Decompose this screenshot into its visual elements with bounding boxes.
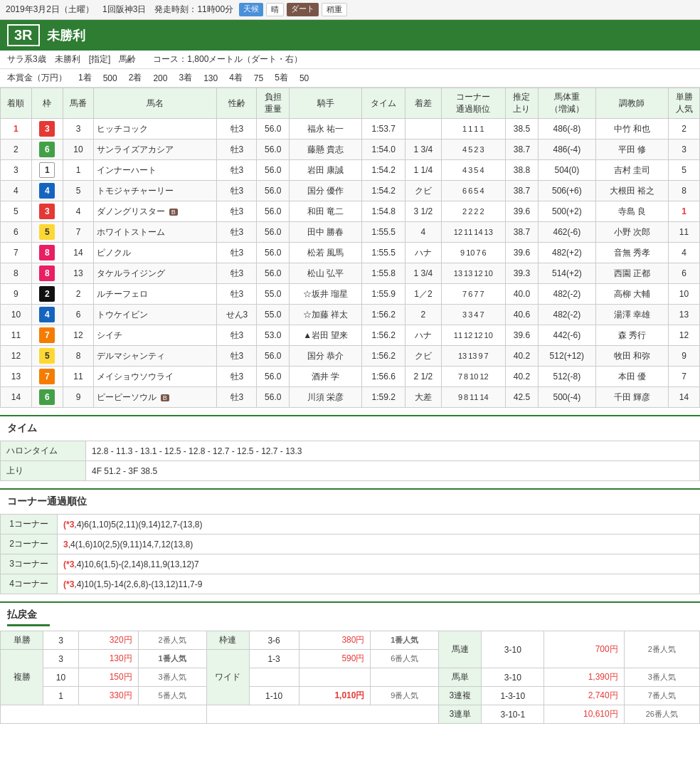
corners: 2 2 2 2 [441, 201, 505, 222]
umaren-label: 馬連 [439, 631, 482, 668]
payout-row-sanrentan: 3連単 3-10-1 10,610円 26番人気 [1, 705, 700, 724]
race-time: 1:54.8 [362, 201, 405, 222]
diff: 2 1/2 [405, 367, 441, 387]
waku: 5 [31, 346, 63, 367]
wide-label: ワイド [206, 650, 249, 705]
table-row: 10 4 6 トウケイビン せん3 55.0 ☆加藤 祥太 1:56.2 2 3… [1, 305, 700, 325]
race-time: 1:53.7 [362, 119, 405, 140]
horse-name: ルチーフェロ [94, 284, 217, 305]
umatan-pop: 3番人気 [624, 668, 699, 687]
umatan-combo: 3-10 [482, 668, 544, 687]
rank: 10 [1, 305, 32, 325]
burden-weight: 56.0 [257, 160, 290, 181]
popularity: 5 [669, 160, 700, 181]
corner-table: 1コーナー (*3,4)6(1,10)5(2,11)(9,14)12,7-(13… [0, 514, 700, 594]
sanrentan-yen: 10,610円 [544, 705, 624, 724]
horse-num: 8 [63, 346, 94, 367]
race-time: 1:56.6 [362, 367, 405, 387]
diff: 大差 [405, 387, 441, 408]
weather-badges: 天候 晴 ダート 稍重 [239, 3, 347, 16]
payout-underline [7, 624, 50, 626]
agari: 38.7 [506, 222, 539, 243]
payout-row-fukusho2: 10 150円 3番人気 馬単 3-10 1,390円 3番人気 [1, 668, 700, 687]
sanrenfuku-yen: 2,740円 [544, 687, 624, 705]
jockey: 川須 栄彦 [290, 387, 362, 408]
agari: 38.7 [506, 181, 539, 201]
rank: 7 [1, 243, 32, 263]
race-time: 1:56.2 [362, 325, 405, 346]
rank: 9 [1, 284, 32, 305]
col-name: 馬名 [94, 88, 217, 119]
popularity: 14 [669, 387, 700, 408]
diff: クビ [405, 181, 441, 201]
waku: 3 [31, 201, 63, 222]
diff: 1／2 [405, 284, 441, 305]
agari: 39.6 [506, 243, 539, 263]
prize-1st: 1着 [78, 72, 92, 84]
corner-4-value: (*3,4)10(1,5)-14(2,6,8)-(13,12)11,7-9 [58, 574, 700, 594]
sex-age: 牡3 [217, 263, 257, 284]
sex-age: 牡3 [217, 346, 257, 367]
umaren-yen: 700円 [544, 631, 624, 668]
popularity: 12 [669, 325, 700, 346]
agari: 40.0 [506, 284, 539, 305]
prize-label: 本賞金（万円） [7, 72, 67, 84]
agari: 39.6 [506, 325, 539, 346]
rank: 13 [1, 367, 32, 387]
race-title-bar: 3R 未勝利 [0, 20, 700, 51]
burden-weight: 56.0 [257, 263, 290, 284]
sex-age: 牡3 [217, 222, 257, 243]
race-date: 2019年3月2日（土曜） 1回阪神3日 発走時刻：11時00分 [6, 4, 233, 16]
jockey: ☆坂井 瑠星 [290, 284, 362, 305]
popularity: 9 [669, 346, 700, 367]
agari: 38.7 [506, 140, 539, 160]
badge-slight: 稍重 [322, 3, 347, 16]
fukusho-num2: 10 [43, 668, 79, 687]
body-weight: 500(-4) [538, 387, 595, 408]
halon-row: ハロンタイム 12.8 - 11.3 - 13.1 - 12.5 - 12.8 … [1, 441, 700, 461]
prize-4th-val: 75 [254, 73, 263, 83]
fukusho-yen1: 130円 [79, 650, 139, 668]
col-bodyweight: 馬体重（増減） [538, 88, 595, 119]
burden-weight: 56.0 [257, 222, 290, 243]
body-weight: 442(-6) [538, 325, 595, 346]
diff: 4 [405, 222, 441, 243]
horse-name: ピノクル [94, 243, 217, 263]
sex-age: 牡3 [217, 201, 257, 222]
waku: 4 [31, 181, 63, 201]
table-row: 9 2 2 ルチーフェロ 牡3 55.0 ☆坂井 瑠星 1:55.9 1／2 7… [1, 284, 700, 305]
burden-weight: 56.0 [257, 367, 290, 387]
corners: 12 11 14 13 [441, 222, 505, 243]
trainer: 音無 秀孝 [595, 243, 668, 263]
burden-weight: 56.0 [257, 181, 290, 201]
rank: 5 [1, 201, 32, 222]
halon-value: 12.8 - 11.3 - 13.1 - 12.5 - 12.8 - 12.7 … [86, 441, 700, 461]
body-weight: 486(-4) [538, 140, 595, 160]
time-table: ハロンタイム 12.8 - 11.3 - 13.1 - 12.5 - 12.8 … [0, 441, 700, 481]
payout-section: 払戻金 単勝 3 320円 2番人気 枠連 3-6 380円 1番人気 馬連 3… [0, 601, 700, 724]
wide-pop3: 9番人気 [371, 687, 439, 705]
trainer: 牧田 和弥 [595, 346, 668, 367]
agari: 39.6 [506, 201, 539, 222]
rank: 1 [1, 119, 32, 140]
table-row: 3 1 1 インナーハート 牡3 56.0 岩田 康誠 1:54.2 1 1/4… [1, 160, 700, 181]
body-weight: 500(+2) [538, 201, 595, 222]
horse-name: シイチ [94, 325, 217, 346]
race-subtitle: サラ系3歳 未勝利 [指定] 馬齢 コース：1,800メートル（ダート・右） [0, 51, 700, 69]
horse-num: 12 [63, 325, 94, 346]
col-trainer: 調教師 [595, 88, 668, 119]
popularity: 6 [669, 263, 700, 284]
prize-row: 本賞金（万円） 1着 500 2着 200 3着 130 4着 75 5着 50 [0, 69, 700, 88]
table-row: 7 8 14 ピノクル 牡3 56.0 松若 風馬 1:55.5 ハナ 9 10… [1, 243, 700, 263]
corners: 7 6 7 7 [441, 284, 505, 305]
popularity: 4 [669, 243, 700, 263]
halon-label: ハロンタイム [1, 441, 86, 461]
horse-num: 7 [63, 222, 94, 243]
race-time: 1:56.2 [362, 346, 405, 367]
waku: 6 [31, 387, 63, 408]
trainer: 平田 修 [595, 140, 668, 160]
popularity: 13 [669, 305, 700, 325]
tansho-label: 単勝 [1, 631, 43, 650]
agari: 42.5 [506, 387, 539, 408]
table-row: 5 3 4 ダノングリスター B 牡3 56.0 和田 竜二 1:54.8 3 … [1, 201, 700, 222]
